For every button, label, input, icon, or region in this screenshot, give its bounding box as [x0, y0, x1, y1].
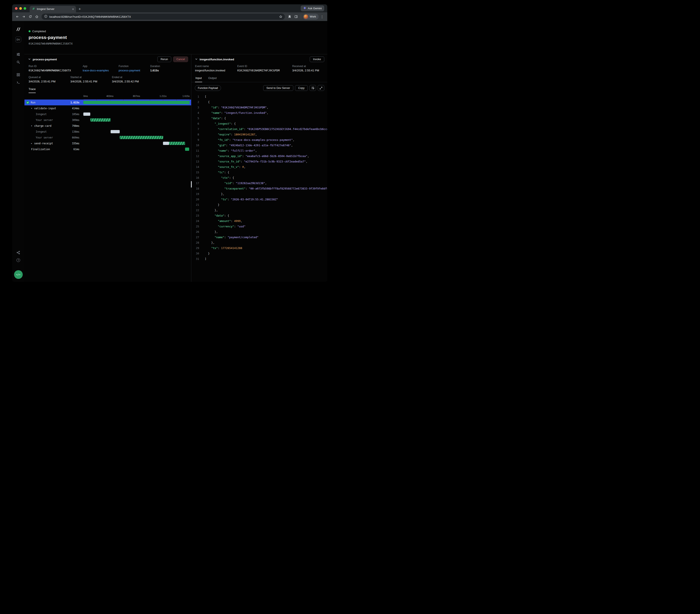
code-token: [205, 187, 224, 190]
line-number: 20: [191, 197, 199, 202]
url-text[interactable]: localhost:8288/run?runID=01KJX6Q7W64NMKM…: [49, 15, 276, 18]
event-meta: Event nameinngest/function.invokedEvent …: [191, 64, 327, 75]
code-line: 4 "name": "inngest/function.invoked",: [191, 110, 327, 116]
trace-row[interactable]: Inngest138ms: [24, 129, 191, 135]
code-token: "ctx": [221, 176, 229, 179]
trace-detail-value[interactable]: trace-docs-examples: [83, 69, 118, 72]
extensions-puzzle-icon[interactable]: [287, 14, 293, 20]
trace-row[interactable]: ▸send-receipt335ms: [24, 140, 191, 146]
home-button[interactable]: [34, 14, 40, 20]
status-badge: Completed: [32, 30, 46, 33]
code-token: "source_app_id": [218, 154, 242, 158]
help-icon[interactable]: ?: [16, 258, 20, 262]
apps-grid-icon[interactable]: [16, 73, 20, 77]
code-token: "00-a073fb598bfff8af829568772e673833-9f3…: [249, 187, 327, 190]
code-line: 9 "fn_id": "trace-docs-examples-process-…: [191, 137, 327, 143]
code-token: :: [241, 160, 244, 163]
code-token: ]: [205, 257, 207, 260]
code-text: },: [205, 240, 327, 245]
axis-label: 403ms: [106, 95, 113, 97]
trace-row[interactable]: ▾validate-input414ms: [24, 105, 191, 111]
code-line: 27 "name": "payment/completed": [191, 234, 327, 240]
trace-row-duration: 798ms: [72, 124, 79, 127]
send-to-dev-server-button[interactable]: Send to Dev Server: [263, 85, 293, 91]
tab-output[interactable]: Output: [208, 75, 217, 82]
bookmark-star-icon[interactable]: [278, 14, 283, 19]
code-line: 28 },: [191, 240, 327, 245]
site-info-icon[interactable]: [44, 15, 47, 19]
trace-tabs: Trace: [24, 87, 191, 93]
invoke-button[interactable]: Invoke: [310, 56, 324, 62]
trace-row[interactable]: ▾charge-card798ms: [24, 123, 191, 129]
code-line: 29 "ts": 1772654141288: [191, 245, 327, 251]
chevron-down-icon[interactable]: ▾: [30, 107, 33, 110]
trace-row[interactable]: Inngest105ms: [24, 111, 191, 117]
share-icon[interactable]: [16, 251, 20, 254]
event-meta-value: 3/4/2026, 2:55:41 PM: [292, 69, 324, 72]
tab-input[interactable]: Input: [195, 75, 202, 82]
ask-gemini-button[interactable]: Ask Gemini: [301, 5, 324, 11]
zoom-window-button[interactable]: [24, 7, 26, 10]
runs-icon[interactable]: [16, 52, 20, 56]
code-text: "currency": "usd": [205, 224, 327, 229]
browser-menu-kebab-icon[interactable]: ⋮: [319, 14, 325, 20]
trace-detail-label: Started at: [70, 76, 112, 79]
code-token: [205, 144, 218, 147]
tab-trace[interactable]: Trace: [28, 87, 36, 93]
browser-tab[interactable]: Inngest Server ✕: [30, 6, 76, 12]
trace-detail-value[interactable]: process-payment: [118, 69, 150, 72]
inngest-app: DV: [12, 21, 327, 282]
env-badge[interactable]: DV: [15, 37, 21, 42]
code-view[interactable]: 1[2 {3 "id": "01KJX6Q7V81N4DMZ7HFJ0CGPDM…: [191, 93, 327, 282]
reload-button[interactable]: [27, 14, 33, 20]
inngest-logo-icon[interactable]: [16, 27, 21, 33]
cancel-button[interactable]: Cancel: [173, 56, 188, 62]
trace-row-name: Finalization: [31, 148, 50, 151]
panel-resize-handle[interactable]: [191, 181, 192, 188]
code-text: }: [205, 202, 327, 207]
new-tab-button[interactable]: +: [78, 7, 81, 11]
code-token: :: [231, 133, 234, 136]
event-meta-field: Event nameinngest/function.invoked: [195, 65, 237, 72]
rerun-button[interactable]: Rerun: [157, 56, 171, 62]
functions-terminal-icon[interactable]: [16, 80, 20, 85]
copy-button[interactable]: Copy: [295, 85, 308, 91]
side-panel-icon[interactable]: [293, 14, 299, 20]
trace-detail-label: App: [83, 65, 118, 68]
code-line: 31]: [191, 256, 327, 261]
app-sidebar: DV: [12, 21, 24, 282]
function-payload-pill[interactable]: Function Payload: [195, 85, 221, 91]
trace-row-duration: 414ms: [72, 107, 79, 110]
collapse-chevron-icon[interactable]: [195, 57, 198, 61]
back-button[interactable]: [14, 14, 20, 20]
trace-row[interactable]: Your server309ms: [24, 117, 191, 123]
tab-close-icon[interactable]: ✕: [72, 8, 74, 11]
avatar: [304, 14, 308, 19]
url-bar[interactable]: localhost:8288/run?runID=01KJX6Q7W64NMKM…: [41, 14, 285, 20]
trace-detail-label: Ended at: [112, 76, 188, 79]
minimize-window-button[interactable]: [19, 7, 22, 10]
expand-fullscreen-icon[interactable]: [318, 85, 324, 91]
chevron-down-icon[interactable]: ▾: [30, 125, 33, 127]
profile-chip[interactable]: Work: [303, 14, 318, 20]
code-line: 25 "currency": "usd": [191, 224, 327, 229]
close-window-button[interactable]: [15, 7, 17, 10]
line-number: 13: [191, 159, 199, 164]
trace-row[interactable]: Run1.615s: [24, 100, 191, 105]
trace-row-duration: 138ms: [72, 130, 79, 133]
code-line: 2 {: [191, 99, 327, 105]
trace-panel: process-payment Rerun Cancel Run ID01KJX…: [24, 54, 191, 282]
word-wrap-icon[interactable]: [310, 85, 316, 91]
event-meta-value: inngest/function.invoked: [195, 69, 237, 72]
sidebar-nav-top: [16, 52, 20, 64]
trace-row[interactable]: Your server660ms: [24, 135, 191, 140]
events-search-icon[interactable]: [16, 60, 20, 64]
forward-button[interactable]: [21, 14, 27, 20]
code-token: ,: [306, 160, 308, 163]
dev-server-button[interactable]: </>: [14, 270, 23, 279]
code-text: "fn_id": "trace-docs-examples-process-pa…: [205, 137, 327, 143]
collapse-chevron-icon[interactable]: [28, 57, 31, 61]
chevron-right-icon[interactable]: ▸: [30, 142, 33, 144]
trace-row[interactable]: Finalization61ms: [24, 146, 191, 152]
code-line: 30 }: [191, 251, 327, 256]
